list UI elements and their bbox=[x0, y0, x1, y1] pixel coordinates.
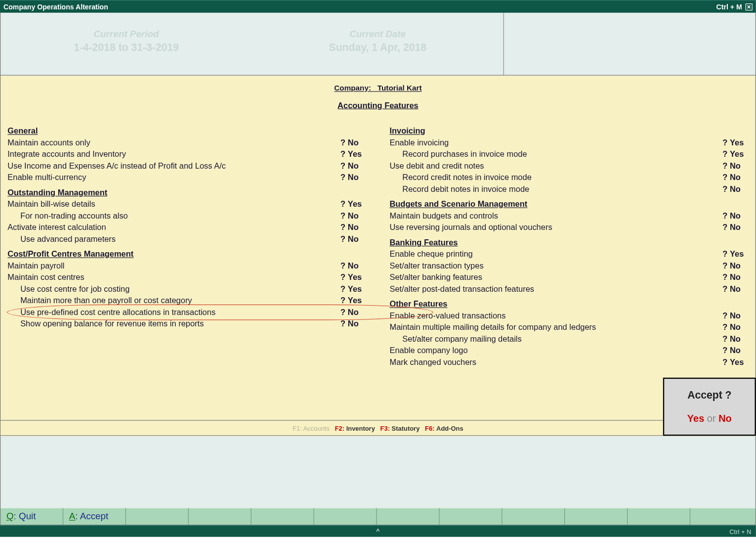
current-period-value: 1-4-2018 to 31-3-2019 bbox=[0, 42, 252, 54]
opt-set-alter-transaction-types[interactable]: Set/alter transaction types?No bbox=[389, 260, 748, 271]
opt-record-debit-notes-invoice[interactable]: Record debit notes in invoice mode?No bbox=[389, 183, 748, 194]
company-name: Tutorial Kart bbox=[378, 84, 422, 92]
close-icon[interactable]: ✕ bbox=[746, 3, 753, 10]
section-cost-centres: Cost/Profit Centres Management bbox=[7, 249, 366, 259]
f6-addons[interactable]: Add-Ons bbox=[436, 425, 463, 432]
section-outstanding: Outstanding Management bbox=[7, 188, 366, 197]
opt-maintain-accounts-only[interactable]: Maintain accounts only?No bbox=[7, 136, 366, 148]
opt-activate-interest[interactable]: Activate interest calculation?No bbox=[7, 222, 366, 233]
f3-key[interactable]: F3: bbox=[380, 425, 390, 432]
info-panel: Current Period 1-4-2018 to 31-3-2019 Cur… bbox=[0, 13, 756, 76]
accept-button[interactable]: A: Accept bbox=[63, 508, 126, 525]
section-banking: Banking Features bbox=[389, 238, 748, 247]
opt-maintain-budgets[interactable]: Maintain budgets and controls?No bbox=[389, 210, 748, 222]
fkey-bar: F1: Accounts F2: Inventory F3: Statutory… bbox=[0, 420, 755, 436]
title-shortcut: Ctrl + M bbox=[716, 2, 742, 10]
current-period-label: Current Period bbox=[0, 29, 252, 40]
opt-set-alter-mailing-details[interactable]: Set/alter company mailing details?No bbox=[389, 333, 748, 345]
opt-use-debit-credit-notes[interactable]: Use debit and credit notes?No bbox=[389, 160, 748, 172]
opt-maintain-cost-centres[interactable]: Maintain cost centres?Yes bbox=[7, 271, 366, 283]
status-bar: ^ Ctrl + N bbox=[0, 525, 756, 537]
opt-enable-invoicing[interactable]: Enable invoicing?Yes bbox=[389, 136, 748, 148]
opt-integrate-accounts-inventory[interactable]: Integrate accounts and Inventory?Yes bbox=[7, 148, 366, 160]
bottom-slot-11[interactable] bbox=[628, 508, 690, 525]
opt-cost-centre-job-costing[interactable]: Use cost centre for job costing?Yes bbox=[7, 283, 366, 295]
opt-enable-cheque-printing[interactable]: Enable cheque printing?Yes bbox=[389, 248, 748, 260]
accept-no[interactable]: No bbox=[718, 413, 732, 424]
opt-show-opening-balance-revenue[interactable]: Show opening balance for revenue items i… bbox=[7, 318, 366, 330]
opt-set-alter-banking-features[interactable]: Set/alter banking features?No bbox=[389, 271, 748, 283]
bottom-slot-6[interactable] bbox=[314, 508, 377, 525]
opt-non-trading-accounts[interactable]: For non-trading accounts also?No bbox=[7, 210, 366, 222]
company-label: Company: bbox=[334, 84, 371, 92]
bottom-slot-7[interactable] bbox=[377, 508, 440, 525]
current-date-value: Sunday, 1 Apr, 2018 bbox=[252, 42, 504, 54]
page-title: Accounting Features bbox=[7, 100, 748, 110]
accept-yes[interactable]: Yes bbox=[687, 413, 704, 424]
opt-mark-changed-vouchers[interactable]: Mark changed vouchers?Yes bbox=[389, 356, 748, 368]
bottom-slot-10[interactable] bbox=[565, 508, 628, 525]
right-column: Invoicing Enable invoicing?Yes Record pu… bbox=[389, 122, 748, 368]
left-column: General Maintain accounts only?No Integr… bbox=[7, 122, 366, 368]
bottom-slot-8[interactable] bbox=[439, 508, 502, 525]
f2-key[interactable]: F2: bbox=[335, 425, 344, 432]
opt-enable-zero-valued[interactable]: Enable zero-valued transactions?No bbox=[389, 310, 748, 321]
accept-or: or bbox=[707, 413, 716, 424]
bottom-slot-4[interactable] bbox=[189, 508, 252, 525]
opt-record-credit-notes-invoice[interactable]: Record credit notes in invoice mode?No bbox=[389, 172, 748, 183]
section-general: General bbox=[7, 126, 366, 135]
opt-record-purchases-invoice[interactable]: Record purchases in invoice mode?Yes bbox=[389, 148, 748, 160]
f3-statutory[interactable]: Statutory bbox=[392, 425, 420, 432]
accept-question: Accept ? bbox=[664, 389, 755, 402]
f6-key[interactable]: F6: bbox=[425, 425, 434, 432]
f1-accounts: F1: Accounts bbox=[293, 425, 330, 432]
opt-enable-company-logo[interactable]: Enable company logo?No bbox=[389, 345, 748, 357]
section-other: Other Features bbox=[389, 299, 748, 309]
opt-enable-multi-currency[interactable]: Enable multi-currency?No bbox=[7, 172, 366, 183]
bottom-bar: Q: Quit A: Accept bbox=[0, 508, 756, 525]
status-shortcut: Ctrl + N bbox=[729, 528, 751, 535]
opt-predefined-cost-allocations[interactable]: Use pre-defined cost centre allocations … bbox=[7, 306, 366, 318]
opt-multiple-mailing-details[interactable]: Maintain multiple mailing details for co… bbox=[389, 321, 748, 333]
opt-maintain-billwise[interactable]: Maintain bill-wise details?Yes bbox=[7, 198, 366, 210]
quit-button[interactable]: Q: Quit bbox=[0, 508, 63, 525]
gap-area bbox=[0, 436, 756, 508]
accept-dialog: Accept ? Yes or No bbox=[663, 378, 756, 436]
section-invoicing: Invoicing bbox=[389, 126, 748, 135]
window-title: Company Operations Alteration bbox=[3, 2, 108, 10]
bottom-slot-3[interactable] bbox=[126, 508, 189, 525]
title-bar: Company Operations Alteration Ctrl + M ✕ bbox=[0, 0, 756, 13]
opt-reversing-journals[interactable]: Use reversing journals and optional vouc… bbox=[389, 222, 748, 233]
opt-income-expenses-instead-pl[interactable]: Use Income and Expenses A/c instead of P… bbox=[7, 160, 366, 172]
section-budgets: Budgets and Scenario Management bbox=[389, 199, 748, 209]
f2-inventory[interactable]: Inventory bbox=[346, 425, 375, 432]
opt-multiple-payroll-category[interactable]: Maintain more than one payroll or cost c… bbox=[7, 295, 366, 307]
bottom-slot-5[interactable] bbox=[252, 508, 314, 525]
caret-up-icon: ^ bbox=[377, 527, 380, 535]
opt-maintain-payroll[interactable]: Maintain payroll?No bbox=[7, 260, 366, 271]
main-content: Company: Tutorial Kart Accounting Featur… bbox=[0, 76, 756, 436]
bottom-slot-9[interactable] bbox=[502, 508, 565, 525]
opt-set-alter-postdated[interactable]: Set/alter post-dated transaction feature… bbox=[389, 283, 748, 295]
current-date-label: Current Date bbox=[252, 29, 504, 40]
opt-advanced-parameters[interactable]: Use advanced parameters?No bbox=[7, 233, 366, 245]
